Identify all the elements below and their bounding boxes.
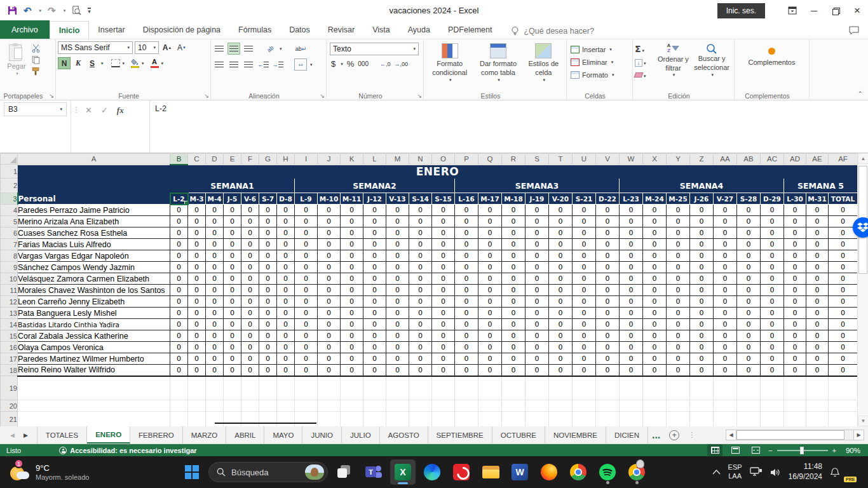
empty-cell[interactable] (295, 376, 318, 400)
value-cell[interactable]: 0 (573, 273, 596, 285)
value-cell[interactable]: 0 (478, 216, 502, 227)
value-cell[interactable]: 0 (784, 262, 806, 273)
row-header-7[interactable]: 7 (1, 239, 18, 250)
value-cell[interactable]: 0 (341, 319, 363, 330)
empty-cell[interactable] (478, 376, 502, 400)
value-cell[interactable]: 0 (806, 330, 829, 342)
start-button[interactable] (179, 459, 205, 485)
value-cell[interactable]: 0 (526, 342, 549, 353)
value-cell[interactable]: 0 (784, 285, 806, 296)
empty-cell[interactable] (432, 376, 455, 400)
column-header-T[interactable]: T (549, 154, 573, 165)
decrease-font-icon[interactable]: A▼ (175, 42, 188, 54)
value-cell[interactable]: 0 (341, 365, 363, 376)
vertical-scrollbar[interactable]: ▲ ▼ (857, 153, 868, 426)
cut-icon[interactable] (31, 44, 41, 53)
value-cell[interactable]: 0 (761, 227, 784, 239)
value-cell[interactable]: 0 (620, 353, 643, 365)
value-cell[interactable]: 0 (829, 342, 858, 353)
value-cell[interactable]: 0 (295, 227, 318, 239)
column-header-D[interactable]: D (206, 154, 224, 165)
value-cell[interactable]: 0 (409, 227, 432, 239)
value-cell[interactable]: 0 (784, 353, 806, 365)
week-header-cell[interactable]: SEMANA1 (170, 179, 295, 193)
value-cell[interactable]: 0 (432, 319, 455, 330)
value-cell[interactable]: 0 (241, 319, 259, 330)
name-box[interactable]: B3▾ (0, 100, 71, 152)
day-header-cell[interactable]: D-8 (277, 193, 295, 205)
value-cell[interactable]: 0 (224, 308, 241, 319)
value-cell[interactable]: 0 (259, 342, 277, 353)
name-cell[interactable]: Bastidas Litardo Cinthia Yadira (18, 319, 170, 330)
value-cell[interactable]: 0 (643, 342, 667, 353)
format-as-table-button[interactable]: Dar formato como tabla▾ (474, 41, 522, 85)
empty-cell[interactable] (18, 376, 170, 400)
value-cell[interactable]: 0 (690, 285, 714, 296)
value-cell[interactable]: 0 (295, 342, 318, 353)
empty-cell[interactable] (363, 400, 386, 412)
value-cell[interactable]: 0 (526, 250, 549, 262)
value-cell[interactable]: 0 (363, 308, 386, 319)
sheet-nav-prev-icon[interactable]: ◀ (10, 432, 15, 438)
scroll-left-icon[interactable]: ◀ (726, 430, 736, 440)
empty-cell[interactable] (620, 376, 643, 400)
value-cell[interactable]: 0 (455, 296, 478, 308)
value-cell[interactable]: 0 (806, 285, 829, 296)
restore-button[interactable] (825, 2, 846, 20)
value-cell[interactable]: 0 (829, 353, 858, 365)
name-cell[interactable]: Vargas Vargas Edgar Napoleón (18, 250, 170, 262)
value-cell[interactable]: 0 (318, 227, 341, 239)
underline-dropdown-icon[interactable]: ▾ (101, 61, 104, 66)
value-cell[interactable]: 0 (596, 296, 620, 308)
accounting-dropdown-icon[interactable]: ▾ (341, 62, 343, 67)
value-cell[interactable]: 0 (295, 319, 318, 330)
value-cell[interactable]: 0 (690, 319, 714, 330)
value-cell[interactable]: 0 (667, 273, 690, 285)
value-cell[interactable]: 0 (455, 353, 478, 365)
value-cell[interactable]: 0 (363, 250, 386, 262)
value-cell[interactable]: 0 (224, 216, 241, 227)
value-cell[interactable]: 0 (549, 296, 573, 308)
value-cell[interactable]: 0 (455, 319, 478, 330)
value-cell[interactable]: 0 (667, 227, 690, 239)
copilot-button[interactable]: PRE (848, 464, 864, 480)
weather-widget[interactable]: 1 9°C Mayorm. soleado (5, 459, 93, 485)
decrease-indent-icon[interactable]: ← (257, 58, 269, 71)
value-cell[interactable]: 0 (620, 308, 643, 319)
value-cell[interactable]: 0 (714, 285, 737, 296)
value-cell[interactable]: 0 (386, 205, 409, 216)
font-name-select[interactable]: MS Sans Serif▾ (58, 41, 133, 54)
align-middle-icon[interactable] (227, 43, 240, 55)
value-cell[interactable]: 0 (596, 330, 620, 342)
value-cell[interactable]: 0 (690, 227, 714, 239)
value-cell[interactable]: 0 (318, 250, 341, 262)
value-cell[interactable]: 0 (478, 250, 502, 262)
column-header-V[interactable]: V (596, 154, 620, 165)
value-cell[interactable]: 0 (206, 250, 224, 262)
row-header-11[interactable]: 11 (1, 285, 18, 296)
value-cell[interactable]: 0 (341, 353, 363, 365)
value-cell[interactable]: 0 (295, 296, 318, 308)
value-cell[interactable]: 0 (620, 262, 643, 273)
value-cell[interactable]: 0 (341, 205, 363, 216)
sheet-tab-mayo[interactable]: MAYO (264, 426, 302, 444)
value-cell[interactable]: 0 (596, 285, 620, 296)
value-cell[interactable]: 0 (714, 227, 737, 239)
value-cell[interactable]: 0 (806, 216, 829, 227)
value-cell[interactable]: 0 (620, 205, 643, 216)
zoom-out-icon[interactable]: − (768, 447, 772, 454)
empty-cell[interactable] (170, 400, 188, 412)
accounting-format-icon[interactable]: $ (331, 59, 336, 69)
value-cell[interactable]: 0 (526, 285, 549, 296)
value-cell[interactable]: 0 (478, 227, 502, 239)
tab-insertar[interactable]: Insertar (89, 21, 133, 39)
value-cell[interactable]: 0 (188, 330, 206, 342)
empty-cell[interactable] (259, 376, 277, 400)
value-cell[interactable]: 0 (224, 353, 241, 365)
value-cell[interactable]: 0 (386, 227, 409, 239)
paste-button[interactable]: Pegar▾ (2, 41, 31, 79)
file-explorer-button[interactable] (478, 459, 503, 485)
value-cell[interactable]: 0 (224, 296, 241, 308)
value-cell[interactable]: 0 (620, 285, 643, 296)
tab-datos[interactable]: Datos (280, 21, 319, 39)
